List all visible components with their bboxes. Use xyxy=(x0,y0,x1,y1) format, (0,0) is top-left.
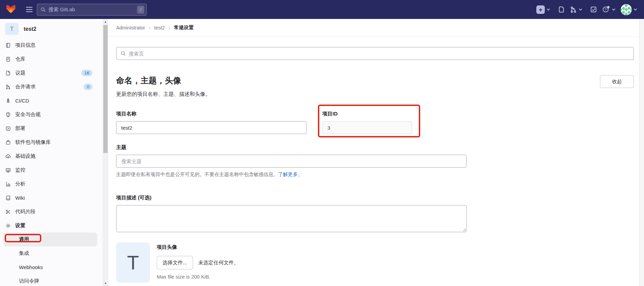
main-scrollbar[interactable] xyxy=(639,19,644,286)
project-name-label: 项目名称 xyxy=(116,111,306,117)
cloud-gear-icon xyxy=(5,154,11,159)
main-content: Administrator › test2 › 常规设置 命名，主题，头像 更新… xyxy=(108,19,644,286)
package-icon xyxy=(5,140,11,145)
deploy-icon xyxy=(5,126,11,131)
search-icon xyxy=(41,7,46,12)
notification-dot xyxy=(607,6,609,8)
help-menu[interactable]: ? xyxy=(602,5,616,14)
breadcrumb-project[interactable]: test2 xyxy=(154,25,165,30)
todos-icon[interactable] xyxy=(590,6,597,13)
sidebar-item-deployments[interactable]: 部署 xyxy=(0,122,103,135)
breadcrumb-current: 常规设置 xyxy=(174,24,194,31)
gitlab-logo-icon[interactable] xyxy=(5,4,17,15)
sidebar-item-settings[interactable]: 设置 xyxy=(0,219,103,233)
sidebar-item-project-information[interactable]: 项目信息 xyxy=(0,38,103,52)
sidebar-item-security[interactable]: 安全与合规 xyxy=(0,108,103,122)
wiki-book-icon xyxy=(5,195,11,201)
sidebar-item-packages[interactable]: 软件包与镜像库 xyxy=(0,135,103,149)
project-avatar: T xyxy=(5,23,19,35)
rocket-icon xyxy=(5,98,11,104)
shield-icon xyxy=(5,112,11,117)
project-name: test2 xyxy=(24,26,36,32)
topic-help-text: 主题即使在私有项目中也是公开可见的。不要在主题名称中包含敏感信息。了解更多。 xyxy=(116,171,634,178)
sidebar-item-analytics[interactable]: 分析 xyxy=(0,177,103,191)
gear-icon xyxy=(5,223,11,228)
user-menu[interactable] xyxy=(621,4,637,15)
global-search-input[interactable]: 搜索 GitLab / xyxy=(37,4,147,16)
global-search-placeholder: 搜索 GitLab xyxy=(48,6,137,13)
sidebar-scrollbar-thumb[interactable] xyxy=(103,25,108,153)
issues-icon xyxy=(5,70,11,76)
chart-icon xyxy=(5,181,11,187)
chevron-down-icon xyxy=(634,8,637,11)
max-file-size-text: Max file size is 200 KiB. xyxy=(157,274,239,280)
project-id-input[interactable] xyxy=(322,121,412,134)
new-menu-button[interactable]: + xyxy=(536,5,550,14)
scissors-icon xyxy=(5,209,11,215)
project-name-input[interactable] xyxy=(116,121,306,134)
project-avatar-label: 项目头像 xyxy=(157,244,239,250)
project-avatar-preview: T xyxy=(116,242,150,283)
merge-requests-menu[interactable] xyxy=(570,6,582,13)
scroll-down-arrow[interactable]: ▼ xyxy=(103,281,108,286)
topic-input[interactable] xyxy=(116,155,467,168)
collapse-button[interactable]: 收起 xyxy=(600,75,634,88)
sidebar-item-wiki[interactable]: Wiki xyxy=(0,191,103,205)
annotation-red-box-project-id: 项目ID xyxy=(318,105,420,137)
project-description-label: 项目描述 (可选) xyxy=(116,195,634,201)
issues-count-badge: 16 xyxy=(81,70,92,76)
project-sidebar: T test2 项目信息 仓库 议题 16 合并请求 0 xyxy=(0,19,108,286)
sidebar-subitem-access-tokens[interactable]: 访问令牌 xyxy=(0,274,103,286)
sidebar-item-snippets[interactable]: 代码片段 xyxy=(0,205,103,219)
chevron-down-icon xyxy=(579,8,582,11)
search-icon xyxy=(121,51,126,56)
topbar: 搜索 GitLab / + ? xyxy=(0,0,644,19)
sidebar-item-repository[interactable]: 仓库 xyxy=(0,52,103,66)
settings-search-box[interactable] xyxy=(116,47,634,60)
slash-shortcut-badge: / xyxy=(137,6,144,14)
topic-label: 主题 xyxy=(116,144,634,151)
user-avatar xyxy=(621,4,632,15)
merge-requests-count-badge: 0 xyxy=(84,84,92,90)
section-description: 更新您的项目名称、主题、描述和头像。 xyxy=(116,91,211,98)
sidebar-item-monitor[interactable]: 监控 xyxy=(0,163,103,177)
sidebar-item-merge-requests[interactable]: 合并请求 0 xyxy=(0,80,103,94)
hamburger-menu-icon[interactable] xyxy=(26,6,33,13)
sidebar-subitem-webhooks[interactable]: Webhooks xyxy=(0,260,103,274)
no-file-chosen-text: 未选定任何文件。 xyxy=(198,260,239,266)
sidebar-scrollbar[interactable]: ▲ ▼ xyxy=(103,19,108,286)
sidebar-item-issues[interactable]: 议题 16 xyxy=(0,66,103,80)
breadcrumb-administrator[interactable]: Administrator xyxy=(116,25,145,30)
project-description-textarea[interactable] xyxy=(116,205,467,232)
document-icon xyxy=(5,57,11,62)
sidebar-subitem-general[interactable]: 通用 xyxy=(3,233,97,246)
sidebar-subitem-integrations[interactable]: 集成 xyxy=(0,246,103,260)
book-icon xyxy=(5,43,11,48)
chevron-down-icon xyxy=(546,8,550,11)
svg-text:?: ? xyxy=(605,7,607,12)
monitor-icon xyxy=(5,168,11,173)
settings-search-input[interactable] xyxy=(129,51,629,57)
choose-file-button[interactable]: 选择文件... xyxy=(157,256,193,269)
plus-icon: + xyxy=(536,5,545,14)
section-title: 命名，主题，头像 xyxy=(116,75,211,86)
chevron-down-icon xyxy=(612,8,616,11)
learn-more-link[interactable]: 了解更多 xyxy=(278,172,298,177)
project-id-label: 项目ID xyxy=(322,111,419,117)
sidebar-item-infrastructure[interactable]: 基础设施 xyxy=(0,149,103,163)
resize-grip[interactable] xyxy=(462,228,466,231)
issues-shortcut-icon[interactable] xyxy=(558,6,565,13)
scroll-up-arrow[interactable]: ▲ xyxy=(103,19,108,24)
sidebar-item-cicd[interactable]: CI/CD xyxy=(0,94,103,108)
merge-request-icon xyxy=(5,84,11,90)
sidebar-project-header[interactable]: T test2 xyxy=(5,23,103,35)
breadcrumb: Administrator › test2 › 常规设置 xyxy=(108,19,644,37)
